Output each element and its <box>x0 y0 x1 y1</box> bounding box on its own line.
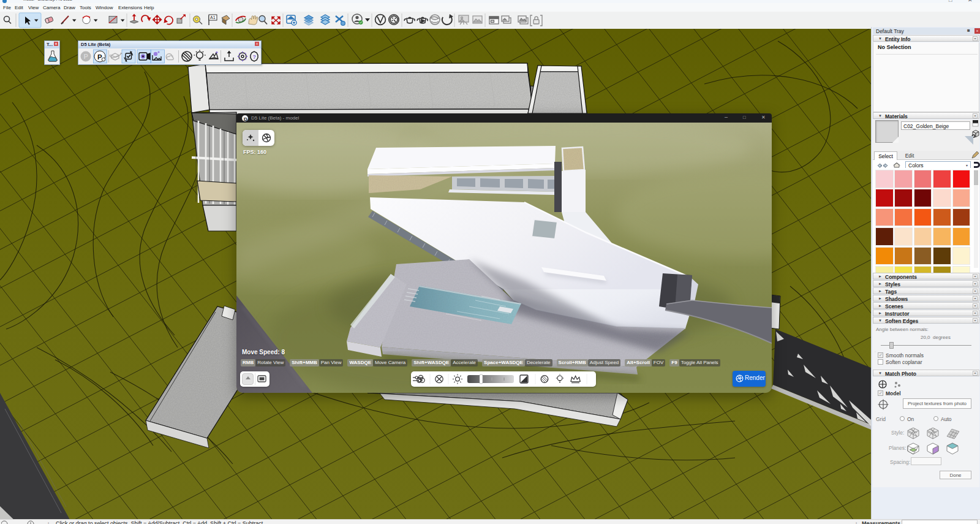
svg-text:?: ? <box>253 54 257 60</box>
svg-text:P: P <box>84 53 88 60</box>
svg-text:A1: A1 <box>210 15 216 20</box>
